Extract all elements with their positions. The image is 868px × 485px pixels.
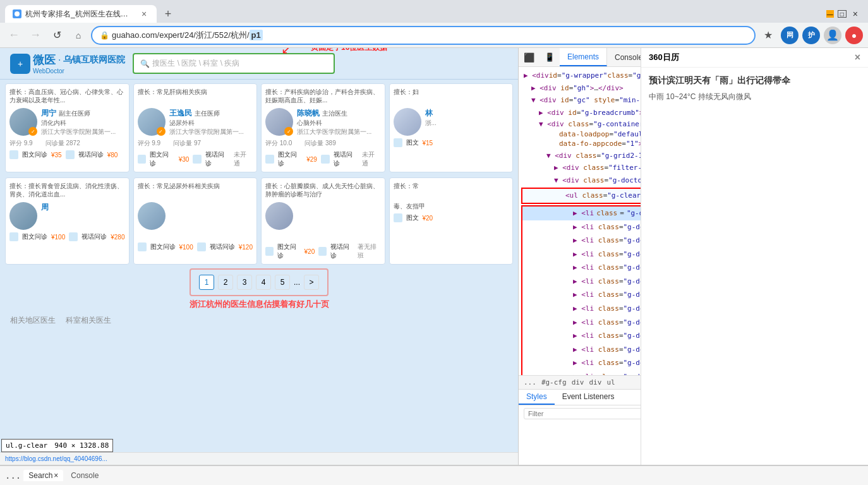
doctor-specialty-6: 擅长：常见泌尿外科相关疾病 <box>138 182 253 200</box>
page-next-button[interactable]: > <box>304 275 319 290</box>
logo-en: WebDoctor <box>33 68 125 75</box>
address-bar[interactable]: 🔒 guahao.com/expert/24/浙江/552/杭州/p1 <box>91 26 756 45</box>
element-size-badge: ul.g-clear 940 × 1328.88 <box>1 439 113 452</box>
action-label-5b[interactable]: 视话问诊 <box>81 232 107 241</box>
user-icon[interactable]: 👤 <box>824 27 841 44</box>
extension-icon-2[interactable]: 护 <box>802 27 820 44</box>
doctor-name-1: 周宁 <box>41 108 56 119</box>
active-tab[interactable]: 杭州专家排名_杭州医生在线问诊 × <box>5 5 157 23</box>
page-1-button[interactable]: 1 <box>199 275 214 290</box>
doctors-grid-row1: 擅长：高血压病、冠心病、心律失常、心力衰竭以及老年性... ✓ 周宁 副主任医师… <box>0 80 518 176</box>
doctor-card-3: 擅长：产科疾病的诊治，产科合并疾病、妊娠期高血压、妊娠... ✓ 陈晓帆 主治医… <box>261 83 385 172</box>
site-header: + 微医 · 乌镇互联网医院 WebDoctor 🔍 搜医生 \ 医院 \ 科室… <box>0 48 518 80</box>
doctor-hospital-1: 浙江大学医学院附属第一... <box>41 128 116 136</box>
event-listeners-tab[interactable]: Event Listeners <box>555 390 622 405</box>
minimize-button[interactable]: — <box>826 10 834 18</box>
avatar-2: ✓ <box>138 108 166 136</box>
page-2-button[interactable]: 2 <box>218 275 233 290</box>
avatar-7 <box>265 202 293 230</box>
price-2a: ¥30 <box>179 156 190 163</box>
doctor-card-2: 擅长：常见肝病相关疾病 ✓ 王逸民 主任医师 泌尿外科 浙江大学医学院附属第一.… <box>133 83 258 172</box>
action-img-4a <box>394 138 402 147</box>
action-img-3b <box>321 155 330 164</box>
doctor-dept-1: 消化内科 <box>41 119 116 128</box>
page-5-button[interactable]: 5 <box>275 275 290 290</box>
devtools-inspect-icon[interactable]: ⬛ <box>519 48 539 66</box>
avatar-4 <box>394 108 421 136</box>
status-url: https://blog.csdn.net/qq_40404696... <box>5 455 107 462</box>
action-label-3a[interactable]: 图文问诊 <box>278 150 303 168</box>
action-label-8a[interactable]: 图文 <box>406 213 419 222</box>
action-label-7b[interactable]: 视话问诊 <box>330 242 354 260</box>
action-label-5a[interactable]: 图文问诊 <box>22 232 47 241</box>
page-3-button[interactable]: 3 <box>237 275 252 290</box>
doctor-dept-3: 心脑外科 <box>297 119 371 128</box>
footer-nav-dept[interactable]: 科室相关医生 <box>66 315 111 326</box>
action-img-1 <box>9 150 18 159</box>
action-label-2b[interactable]: 视话问诊 <box>205 150 230 168</box>
action-img-1b <box>66 150 75 159</box>
avatar-3: ✓ <box>265 108 293 136</box>
pagination-annotation: 浙江杭州的医生信息估摸着有好几十页 <box>0 296 518 313</box>
site-search-bar[interactable]: 🔍 搜医生 \ 医院 \ 科室 \ 疾病 <box>133 53 335 74</box>
pagination-area: 1 2 3 4 5 ... > <box>190 268 329 296</box>
action-label-7a[interactable]: 图文问诊 <box>277 242 301 260</box>
news-close-icon[interactable]: × <box>855 52 860 63</box>
devtools-device-icon[interactable]: 📱 <box>539 48 560 66</box>
doctor-card-4: 擅长：妇 林 浙... 图文 ¥15 <box>389 83 514 172</box>
action-label-6a[interactable]: 图文问诊 <box>150 242 176 251</box>
browser-toolbar: ← → ↺ ⌂ 🔒 guahao.com/expert/24/浙江/552/杭州… <box>0 23 868 48</box>
action-label-2a[interactable]: 图文问诊 <box>150 150 174 168</box>
site-footer-nav: 相关地区医生 科室相关医生 <box>0 313 518 328</box>
price-1b: ¥80 <box>107 152 118 159</box>
news-panel-title: 360日历 <box>649 52 679 63</box>
action-img-2b <box>193 155 202 164</box>
refresh-button[interactable]: ↺ <box>48 27 66 44</box>
breadcrumb-ellipsis[interactable]: ... <box>524 378 536 386</box>
home-button[interactable]: ⌂ <box>69 27 87 44</box>
menu-icon[interactable]: ● <box>845 27 863 44</box>
doctor-specialty-4: 擅长：妇 <box>394 88 509 105</box>
close-button[interactable]: × <box>850 9 860 19</box>
logo-subtitle: 乌镇互联网医院 <box>63 54 125 66</box>
breadcrumb-div2[interactable]: div <box>589 378 602 386</box>
search-tab-close[interactable]: × <box>54 471 58 480</box>
styles-tab[interactable]: Styles <box>519 390 555 405</box>
doctor-stats-2: 评分 9.9 问诊量 97 <box>138 139 253 148</box>
action-label-4a[interactable]: 图文 <box>406 138 419 147</box>
forward-button[interactable]: → <box>27 27 44 44</box>
maximize-button[interactable]: □ <box>838 10 847 18</box>
url-text: guahao.com/expert/24/浙江/552/杭州/p1 <box>112 30 263 41</box>
website-panel: + 微医 · 乌镇互联网医院 WebDoctor 🔍 搜医生 \ 医院 \ 科室… <box>0 48 518 465</box>
doctor-card-6: 擅长：常见泌尿外科相关疾病 图文问诊 ¥100 视话问诊 ¥120 <box>133 177 258 265</box>
tab-elements[interactable]: Elements <box>560 48 607 66</box>
price-6a: ¥100 <box>179 244 193 251</box>
tab-close-icon[interactable]: × <box>139 9 149 19</box>
doctor-hospital-2: 浙江大学医学院附属第一... <box>169 128 244 136</box>
url-highlight: p1 <box>250 30 263 40</box>
doctor-stats-1: 评分 9.9 问诊量 2872 <box>9 139 125 148</box>
footer-nav-region[interactable]: 相关地区医生 <box>10 315 56 326</box>
action-img-3a <box>265 155 274 164</box>
price-1a: ¥35 <box>51 152 62 159</box>
breadcrumb-ul[interactable]: ul <box>606 378 615 386</box>
back-button[interactable]: ← <box>5 27 23 44</box>
breadcrumb-div1[interactable]: div <box>572 378 584 386</box>
action-label-6b[interactable]: 视话问诊 <box>210 242 235 251</box>
action-label-3b[interactable]: 视话问诊 <box>334 150 358 168</box>
logo-text-area: 微医 · 乌镇互联网医院 WebDoctor <box>33 52 125 75</box>
breadcrumb-gcfg[interactable]: #g-cfg <box>541 378 567 386</box>
price-2b: 未开通 <box>234 150 253 168</box>
bookmark-star-icon[interactable]: ★ <box>759 27 777 44</box>
price-3b: 未开通 <box>362 150 381 168</box>
page-4-button[interactable]: 4 <box>256 275 271 290</box>
action-label-1a[interactable]: 图文问诊 <box>22 150 47 159</box>
new-tab-button[interactable]: + <box>159 5 177 23</box>
news-header-bar: 360日历 × <box>641 48 868 68</box>
doctor-dept-2: 泌尿外科 <box>169 119 244 128</box>
action-label-1b[interactable]: 视话问诊 <box>78 150 104 159</box>
extension-icon-1[interactable]: 网 <box>781 27 799 44</box>
search-tab[interactable]: Search × <box>23 470 63 481</box>
avatar-5 <box>9 202 37 230</box>
console-tab[interactable]: Console <box>66 470 104 481</box>
